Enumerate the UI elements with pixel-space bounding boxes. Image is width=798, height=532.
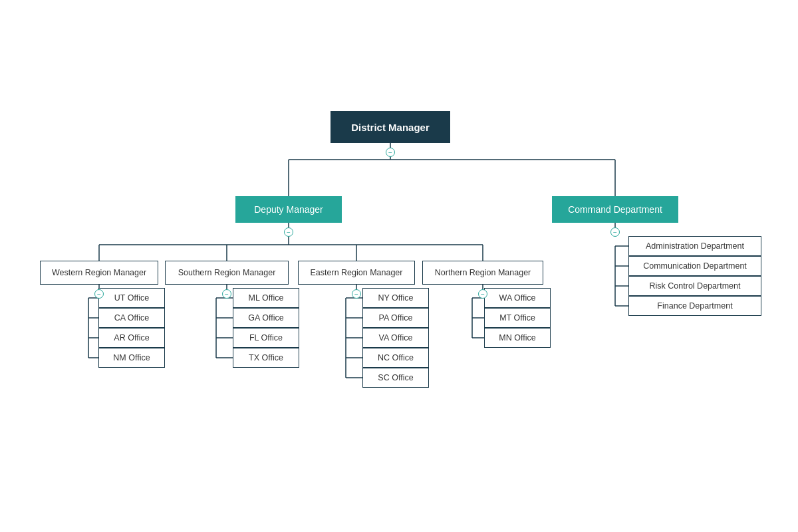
deputy-manager-node[interactable]: Deputy Manager [235,196,342,223]
sc-office-node[interactable]: SC Office [362,368,429,388]
collapse-dot-southern[interactable]: − [222,289,231,299]
finance-dept-node[interactable]: Finance Department [628,296,761,316]
collapse-dot-district[interactable]: − [386,148,395,157]
collapse-dot-eastern[interactable]: − [352,289,361,299]
collapse-dot-western[interactable]: − [94,289,104,299]
collapse-dot-northern[interactable]: − [478,289,487,299]
va-office-node[interactable]: VA Office [362,328,429,348]
ut-office-node[interactable]: UT Office [98,288,165,308]
western-region-node[interactable]: Western Region Manager [40,261,158,285]
ga-office-node[interactable]: GA Office [233,308,299,328]
nc-office-node[interactable]: NC Office [362,348,429,368]
district-manager-node[interactable]: District Manager [331,111,450,143]
ca-office-node[interactable]: CA Office [98,308,165,328]
eastern-region-node[interactable]: Eastern Region Manager [298,261,415,285]
nm-office-node[interactable]: NM Office [98,348,165,368]
command-department-node[interactable]: Command Department [552,196,678,223]
ar-office-node[interactable]: AR Office [98,328,165,348]
collapse-dot-deputy[interactable]: − [284,227,293,237]
org-chart: District Manager − Deputy Manager − Comm… [0,0,798,532]
risk-dept-node[interactable]: Risk Control Department [628,276,761,296]
mt-office-node[interactable]: MT Office [484,308,551,328]
collapse-dot-command[interactable]: − [610,227,620,237]
wa-office-node[interactable]: WA Office [484,288,551,308]
ny-office-node[interactable]: NY Office [362,288,429,308]
southern-region-node[interactable]: Southern Region Manager [165,261,289,285]
northern-region-node[interactable]: Northern Region Manager [422,261,543,285]
ml-office-node[interactable]: ML Office [233,288,299,308]
comm-dept-node[interactable]: Communication Department [628,256,761,276]
fl-office-node[interactable]: FL Office [233,328,299,348]
pa-office-node[interactable]: PA Office [362,308,429,328]
mn-office-node[interactable]: MN Office [484,328,551,348]
tx-office-node[interactable]: TX Office [233,348,299,368]
admin-dept-node[interactable]: Administration Department [628,236,761,256]
